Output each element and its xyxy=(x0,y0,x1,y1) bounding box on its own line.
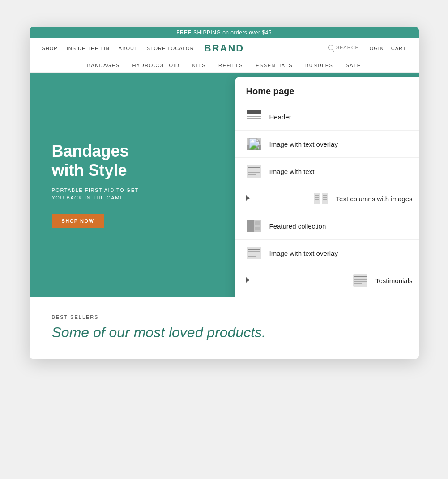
subnav-refills[interactable]: REFILLS xyxy=(218,63,243,68)
panel-item-featured[interactable]: Featured collection xyxy=(235,212,419,240)
panel-item-testimonials-label: Testimonials xyxy=(375,277,413,284)
panel-item-header-label: Header xyxy=(269,113,291,121)
featured-icon xyxy=(246,218,262,234)
svg-rect-23 xyxy=(323,199,327,200)
nav-shop[interactable]: SHOP xyxy=(42,46,58,51)
subnav-bandages[interactable]: BANDAGES xyxy=(87,63,119,68)
svg-rect-25 xyxy=(247,220,254,232)
testimonials-chevron-icon xyxy=(246,277,250,284)
sub-nav: BANDAGES HYDROCOLLOID KITS REFILLS ESSEN… xyxy=(30,58,419,73)
nav-store[interactable]: STORE LOCATOR xyxy=(147,46,194,51)
image-overlay2-icon xyxy=(246,245,262,261)
svg-rect-12 xyxy=(248,170,260,170)
subnav-essentials[interactable]: ESSENTIALS xyxy=(256,63,293,68)
svg-rect-27 xyxy=(255,227,260,230)
panel-item-header[interactable]: Header xyxy=(235,103,419,131)
svg-marker-15 xyxy=(246,195,250,201)
panel-item-testimonials[interactable]: Testimonials xyxy=(235,267,419,294)
panel-item-image-text-label: Image with text xyxy=(269,168,315,175)
svg-rect-19 xyxy=(315,197,319,198)
testimonials-icon xyxy=(352,272,368,288)
svg-rect-20 xyxy=(315,199,319,200)
right-panel: Home page Header xyxy=(235,77,419,297)
panel-item-gallery[interactable]: Gallery xyxy=(235,294,419,297)
subnav-hydrocolloid[interactable]: HYDROCOLLOID xyxy=(132,63,180,68)
nav-right: SEARCH LOGIN CART xyxy=(328,45,406,51)
announcement-text: FREE SHIPPING on orders over $45 xyxy=(176,30,272,36)
nav-inside[interactable]: INSIDE THE TIN xyxy=(67,46,110,51)
svg-rect-29 xyxy=(248,249,260,250)
panel-item-image-text[interactable]: Image with text xyxy=(235,158,419,185)
hero-subtitle: PORTABLE FIRST AID TO GET YOU BACK IN TH… xyxy=(52,187,141,202)
svg-rect-32 xyxy=(248,256,256,257)
shop-now-button[interactable]: SHOP NOW xyxy=(52,214,104,228)
text-columns-icon xyxy=(313,191,329,207)
search-box[interactable]: SEARCH xyxy=(328,45,359,51)
svg-rect-22 xyxy=(323,197,327,198)
subnav-kits[interactable]: KITS xyxy=(192,63,206,68)
svg-rect-37 xyxy=(354,281,367,282)
search-label: SEARCH xyxy=(336,45,359,50)
svg-rect-11 xyxy=(248,167,260,168)
svg-rect-36 xyxy=(354,279,367,280)
nav-left: SHOP INSIDE THE TIN ABOUT STORE LOCATOR xyxy=(42,46,194,51)
svg-marker-33 xyxy=(246,277,250,283)
svg-rect-31 xyxy=(248,254,260,254)
subnav-sale[interactable]: SALE xyxy=(346,63,361,68)
hero-title: Bandages with Style xyxy=(52,141,141,180)
browser-window: FREE SHIPPING on orders over $45 SHOP IN… xyxy=(30,27,419,359)
header-icon xyxy=(246,109,262,125)
panel-item-image-overlay-1[interactable]: Image with text overlay xyxy=(235,131,419,158)
svg-rect-35 xyxy=(354,276,367,277)
panel-item-featured-label: Featured collection xyxy=(269,222,326,230)
svg-rect-30 xyxy=(248,251,260,252)
nav-header: SHOP INSIDE THE TIN ABOUT STORE LOCATOR … xyxy=(30,38,419,58)
image-text-icon xyxy=(246,163,262,179)
panel-item-image-overlay-1-label: Image with text overlay xyxy=(269,140,338,148)
chevron-expand-icon xyxy=(246,195,250,202)
login-link[interactable]: LOGIN xyxy=(367,46,384,51)
best-sellers-label: BEST SELLERS — xyxy=(52,314,397,320)
svg-rect-38 xyxy=(354,283,362,284)
svg-rect-7 xyxy=(247,118,261,119)
best-sellers-title: Some of our most loved products. xyxy=(52,324,397,341)
cart-link[interactable]: CART xyxy=(391,46,406,51)
panel-item-image-overlay-2-label: Image with text overlay xyxy=(269,250,338,257)
svg-rect-16 xyxy=(314,193,320,204)
search-icon xyxy=(328,45,333,50)
subnav-bundles[interactable]: BUNDLES xyxy=(305,63,333,68)
hero-section: CUSTOMIZE Bandages with Style PORTABLE F… xyxy=(30,73,419,297)
brand-logo[interactable]: BRAND xyxy=(204,42,244,54)
svg-rect-26 xyxy=(255,221,260,225)
hero-content: Bandages with Style PORTABLE FIRST AID T… xyxy=(30,114,164,255)
panel-title: Home page xyxy=(235,77,419,103)
svg-rect-21 xyxy=(323,195,327,196)
svg-rect-14 xyxy=(248,174,256,175)
best-sellers-section: BEST SELLERS — Some of our most loved pr… xyxy=(30,297,419,359)
image-overlay-icon xyxy=(246,136,262,152)
panel-item-text-columns-label: Text columns with images xyxy=(336,195,413,203)
announcement-bar: FREE SHIPPING on orders over $45 xyxy=(30,27,419,38)
svg-rect-6 xyxy=(247,116,261,117)
svg-rect-13 xyxy=(248,172,260,173)
svg-rect-17 xyxy=(322,193,328,204)
nav-about[interactable]: ABOUT xyxy=(119,46,138,51)
panel-item-text-columns[interactable]: Text columns with images xyxy=(235,185,419,212)
panel-item-image-overlay-2[interactable]: Image with text overlay xyxy=(235,240,419,267)
svg-rect-18 xyxy=(315,195,319,196)
